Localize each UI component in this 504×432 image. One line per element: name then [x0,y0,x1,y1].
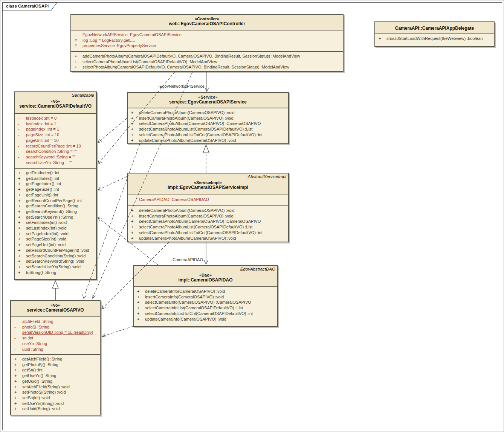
member-row: +insertCameraPhotoAlbum(CameraiOSAPIVO) … [128,116,288,121]
visibility-symbol: - [15,132,26,138]
member-row: +shouldStartLoadWithRequest(theWebview) … [375,36,494,41]
member-row: +selectCameraPhotoAlbum(CameraiOSAPIVO) … [128,219,288,224]
visibility-symbol: + [11,389,22,395]
member-text: getAtchFileId() :String [22,357,62,361]
member-text: pageUnit :int = 10 [26,138,59,143]
member-row: +setLastIndex(int) :void [15,225,96,231]
member-text: getSearchUseYn() :String [26,215,73,219]
visibility-symbol: - [11,319,22,324]
visibility-symbol: + [15,187,26,192]
class-stereotype: «Dao» [134,273,277,277]
visibility-symbol: + [375,36,386,41]
member-text: getUuid() :String [22,379,52,383]
member-row: -sn :int [11,335,100,341]
member-row: +addCameraPhotoAlbum(CameraiOSAPIDefault… [71,53,343,59]
class-egov-camerai-osapi-service[interactable]: «Service» service::EgovCameraiOSAPIServi… [127,92,289,144]
member-row: +setAtchFileId(String) :void [11,384,100,390]
member-row: +deleteCameraPhotoAlbum(CameraiOSAPIVO) … [128,208,288,213]
visibility-symbol: + [15,181,26,187]
visibility-symbol: + [11,362,22,368]
visibility-symbol: + [11,356,22,362]
member-text: insertCameraPhotoAlbum(CameraiOSAPIVO) :… [139,116,234,120]
association-role-label: -CameraAPIDAO [159,257,203,262]
class-egov-camerai-osapi-service-impl[interactable]: AbstractServiceImpl «ServiceImpl» impl::… [127,173,289,242]
visibility-symbol: + [128,110,139,116]
visibility-symbol: + [15,192,26,198]
visibility-symbol: + [128,116,139,121]
class-egov-camerai-osapi-controller[interactable]: «Controller» web::EgovCameraiOSAPIContro… [70,14,344,72]
member-row: +updateCameraPhotoAlbum(CameraiOSAPIVO) … [128,236,288,241]
visibility-symbol: + [11,401,22,406]
member-text: pageSize :int = 10 [26,132,59,137]
parent-annotation: EgovAbstractDAO [240,267,275,271]
member-row: +getRecordCountPerPage() :int [15,198,96,204]
member-row: +setFirstIndex(int) :void [15,220,96,225]
uml-class-diagram: class CameraiOSAPI -EgovNetworkAPIServic… [0,0,504,432]
class-title: AbstractServiceImpl «ServiceImpl» impl::… [128,173,288,195]
member-row: -searchUseYn :String = "" [15,160,96,166]
member-text: setPhotoSj(String) :void [22,390,66,394]
class-name: CameraAPI::CameraAPIAppDelegate [375,26,494,31]
class-camera-api-app-delegate[interactable]: CameraAPI::CameraAPIAppDelegate +shouldS… [374,21,495,47]
member-row: +setSearchKeyword(String) :void [15,259,96,264]
class-name: impl::CameraiOSAPIDAO [134,277,277,283]
member-text: getUseYn() :String [22,373,56,378]
member-row: -serialVersionUID :long = 1L {readOnly} [11,330,100,335]
member-row: +getAtchFileId() :String [11,356,100,362]
member-row: +selectCameraInfoList(CameraiOSAPIDefaul… [134,305,277,311]
member-text: setSearchCondition(String) :void [26,254,86,258]
visibility-symbol: + [15,270,26,275]
visibility-symbol: + [128,132,139,138]
visibility-symbol: + [128,126,139,132]
member-text: setRecordCountPerPage(int) :void [26,248,89,253]
member-text: useYn :String [22,341,47,346]
class-camerai-osapi-vo[interactable]: «Vo» service::CameraiOSAPIVO -atchFileId… [10,300,101,415]
visibility-symbol: - [15,138,26,143]
member-row: +getUuid() :String [11,379,100,384]
diagram-title-tab: class CameraiOSAPI [6,4,49,8]
member-text: setPageUnit(int) :void [26,242,66,247]
member-row: +setRecordCountPerPage(int) :void [15,248,96,253]
member-row: +selectPhotoAlbum(CameraiOSAPIDefaultVO,… [71,64,343,70]
member-text: getSearchKeyword() :String [26,209,77,214]
member-row: +setUseYn(String) :void [11,401,100,406]
visibility-symbol: + [134,305,145,311]
class-stereotype: «Service» [128,95,288,99]
member-text: atchFileId :String [22,319,53,324]
member-text: getPageUnit() :int [26,193,58,197]
visibility-symbol: + [71,64,82,70]
member-text: getSearchCondition() :String [26,204,78,208]
member-row: +selectCameraPhotoAlbumList(CameraiOSAPI… [71,59,343,65]
member-row: +selectCameraPhotoAlbumList(CameraiOSAPI… [128,224,288,230]
class-camerai-osapi-default-vo[interactable]: Serializable «Vo» service::CameraiOSAPID… [14,91,97,280]
visibility-symbol: - [11,324,22,330]
association-role-label: -EgovNetworkAPIService [144,84,205,88]
class-camerai-osapi-dao[interactable]: EgovAbstractDAO «Dao» impl::CameraiOSAPI… [133,265,278,327]
member-text: selectCameraInfo(CameraiOSAPIVO) :Camera… [145,300,251,304]
member-row: -CameraAPIDAO :CameraiOSAPIDAO [128,197,288,202]
member-row: -pageSize :int = 10 [15,132,96,138]
visibility-symbol: - [15,160,26,166]
class-stereotype: «ServiceImpl» [128,180,288,185]
visibility-symbol: # [71,38,82,43]
visibility-symbol: + [134,316,145,322]
visibility-symbol: - [71,32,82,38]
member-text: searchKeyword :String = "" [26,155,75,159]
member-row: +getPhotoSj() :String [11,362,100,368]
visibility-symbol: + [71,53,82,59]
visibility-symbol: + [128,230,139,236]
member-text: updateCameraPhotoAlbum(CameraiOSAPIVO) :… [139,236,236,240]
visibility-symbol: + [128,208,139,213]
visibility-symbol: + [128,213,139,219]
member-text: getPhotoSj() :String [22,362,58,367]
class-stereotype: «Vo» [11,303,100,307]
visibility-symbol: - [15,116,26,121]
member-row: +setPageSize(int) :void [15,236,96,242]
member-row: -EgovNetworkAPIService :EgovCameraiOSAPI… [71,32,343,38]
member-text: setSearchKeyword(String) :void [26,259,84,263]
member-row: +getSn() :int [11,367,100,373]
member-row: +setUuid(String) :void [11,406,100,412]
attributes-compartment: -EgovNetworkAPIService :EgovCameraiOSAPI… [71,30,343,52]
visibility-symbol: + [134,294,145,300]
member-text: sn :int [22,336,33,340]
